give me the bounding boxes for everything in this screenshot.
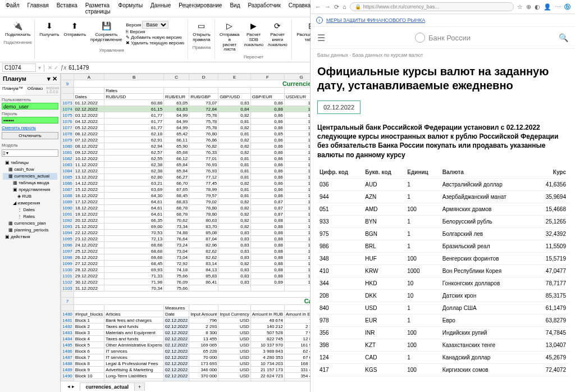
menu-3[interactable]: Разметка страницы <box>82 1 114 16</box>
menu-7[interactable]: Вид <box>226 1 243 16</box>
tree-node[interactable]: ◢ измерения <box>3 200 57 207</box>
ext2-icon[interactable]: ◐ <box>535 3 540 11</box>
ext1-icon[interactable]: ⊕ <box>526 3 531 11</box>
rates-table: Цифр. кодБукв. кодЕдиницВалютаКурс036AUD… <box>317 166 568 376</box>
copilot-icon[interactable]: ⓑ <box>564 3 571 11</box>
disconnect-button[interactable]: Отключить <box>2 132 58 139</box>
menu-1[interactable]: Главная <box>24 1 52 16</box>
add-sheet[interactable]: + <box>134 382 145 391</box>
ribbon-btn[interactable]: ⬆Отправить <box>62 20 88 47</box>
ribbon-btn[interactable]: 🔌Подключить <box>3 20 32 39</box>
browser-pane: ← → ⟳ ⌂ 🔒 https://www.cbr.ru/currency_ba… <box>311 0 575 392</box>
page-title: Официальные курсы валют на заданную дату… <box>317 65 568 93</box>
tree-node[interactable]: ⋮ Rates <box>3 213 57 220</box>
rate-row: 398KZT100Казахстанских тенге13,0407 <box>317 339 568 351</box>
sidebar-version: версия 1.0.0.0 <box>45 85 60 95</box>
sidebar-tab-cloud[interactable]: Облако <box>25 85 45 95</box>
formula-bar: ▾ │ ✕ ✓ ƒx 61,1479 <box>0 62 310 74</box>
spreadsheet-grid: ABCDEFGHI9Currencies ActualRatesDatesRUB… <box>61 74 310 381</box>
menu-8[interactable]: Разработчик <box>245 1 284 16</box>
burger-icon[interactable]: ☰ <box>317 33 325 43</box>
model-tree: ▣ таблицы▦ cash_flow▦ currencies_actual▦… <box>2 158 58 241</box>
fav-icon[interactable]: ☆ <box>517 3 523 11</box>
formula-value[interactable]: 61,1479 <box>69 65 89 71</box>
fwd-icon[interactable]: → <box>325 3 331 10</box>
site-logo[interactable]: Банк России <box>415 33 471 43</box>
tree-node[interactable]: ▣ представления <box>3 186 57 193</box>
ribbon-btn[interactable]: ▶Расчет SDBлокально <box>243 20 264 53</box>
rate-row: 986BRL1Бразильский реал11,5509 <box>317 240 568 252</box>
ribbon-btn[interactable]: 💾Сохранитьпредставление <box>89 20 124 47</box>
menu-5[interactable]: Данные <box>147 1 174 16</box>
rate-row: 344HKD10Гонконгских долларов78,7177 <box>317 277 568 289</box>
sidebar-panel: Планум ▾ ✕ Планум™ Облако версия 1.0.0.0… <box>0 74 61 392</box>
menu-0[interactable]: Файл <box>2 1 23 16</box>
rate-row: 410KRW1000Вон Республики Корея47,0477 <box>317 265 568 277</box>
browser-toolbar: ← → ⟳ ⌂ 🔒 https://www.cbr.ru/currency_ba… <box>311 0 575 14</box>
profile-icon[interactable]: 👤 <box>544 3 551 11</box>
intro-text: Центральный банк Российской Федерации ус… <box>317 123 568 159</box>
tree-node[interactable]: ▦ таблица ввода <box>3 180 57 186</box>
site-header: ☰ Банк России 🔍 <box>311 27 575 49</box>
rate-row: 124CAD1Канадский доллар45,2679 <box>317 351 568 363</box>
menu-4[interactable]: Формулы <box>115 1 147 16</box>
rate-row: 036AUD1Австралийский доллар41,6356 <box>317 178 568 190</box>
tree-node[interactable]: ▦ planning_periods <box>3 227 57 234</box>
fx-label: ƒx <box>61 65 67 71</box>
change-pass-link[interactable]: Сменить пароль <box>2 125 58 130</box>
reload-icon[interactable]: ⟳ <box>334 3 339 11</box>
menu-9[interactable]: Справка <box>285 1 314 16</box>
app-menubar: ФайлГлавнаяВставкаРазметка страницыФорму… <box>0 0 310 17</box>
menu-icon[interactable]: ⋯ <box>555 3 561 11</box>
ribbon: 🔌ПодключитьПодключение⬇Получить⬆Отправит… <box>0 17 310 62</box>
rate-row: 051AMD100Армянских драмов15,4668 <box>317 203 568 215</box>
rate-row: 944AZN1Азербайджанский манат35,9694 <box>317 190 568 203</box>
sidebar-tab-planum[interactable]: Планум™ <box>0 85 25 95</box>
ribbon-btn[interactable]: ▷Отправка врасчет листа <box>218 20 241 53</box>
rate-row: 356INR100Индийских рупий74,7845 <box>317 326 568 339</box>
ribbon-btn[interactable]: ▭Открытьправила <box>191 20 212 44</box>
sidebar-title: Планум <box>3 75 26 83</box>
sheet-tab[interactable]: currencies_actual <box>80 382 135 391</box>
rate-row: 417KGS100Киргизских сомов72,4072 <box>317 363 568 376</box>
alert-banner[interactable]: i МЕРЫ ЗАЩИТЫ ФИНАНСОВОГО РЫНКА <box>311 14 575 27</box>
rate-row: 348HUF100Венгерских форинтов15,5719 <box>317 252 568 265</box>
menu-2[interactable]: Вставка <box>53 1 81 16</box>
model-select[interactable]: ▯ ▾ <box>2 149 58 157</box>
tree-node[interactable]: ▣ таблицы <box>3 159 57 166</box>
back-icon[interactable]: ← <box>315 3 321 10</box>
tree-node[interactable]: ◈ RUB <box>3 193 57 200</box>
sheet-tabs: ◂ ▸ currencies_actual + <box>61 381 310 392</box>
tree-node[interactable]: ▦ currencies_actual <box>3 173 57 180</box>
ribbon-btn[interactable]: ⟳Расчет книгилокально <box>266 20 289 53</box>
ribbon-btn[interactable]: ⬇Получить <box>38 20 61 47</box>
rate-row: 840USD1Доллар США61,1479 <box>317 302 568 314</box>
info-icon: i <box>316 17 323 24</box>
rate-row: 208DKK10Датских крон85,3175 <box>317 289 568 302</box>
menu-6[interactable]: Рецензирование <box>175 1 225 16</box>
date-picker[interactable]: 02.12.2022 <box>317 101 360 114</box>
name-box[interactable] <box>2 63 36 72</box>
home-icon[interactable]: ⌂ <box>343 3 346 10</box>
pass-input[interactable]: •••••• <box>2 117 58 124</box>
url-bar[interactable]: 🔒 https://www.cbr.ru/currency_bas... <box>350 2 514 11</box>
tree-node[interactable]: ⋮ Dates <box>3 207 57 213</box>
tree-node[interactable]: ▣ действия <box>3 234 57 240</box>
sidebar-pin-icon[interactable]: ▾ ✕ <box>47 75 57 83</box>
rate-row: 978EUR1Евро63,8279 <box>317 314 568 326</box>
rate-row: 975BGN1Болгарский лев32,4392 <box>317 227 568 240</box>
breadcrumb[interactable]: Базы данных · База данных по курсам валю… <box>311 49 575 61</box>
tree-node[interactable]: ▦ cash_flow <box>3 166 57 173</box>
search-icon[interactable]: 🔍 <box>559 33 568 42</box>
tree-node[interactable]: ▦ currencies_plan <box>3 220 57 227</box>
user-input[interactable]: demo_user <box>2 103 58 110</box>
rate-row: 933BYN1Белорусский рубль25,1265 <box>317 215 568 227</box>
